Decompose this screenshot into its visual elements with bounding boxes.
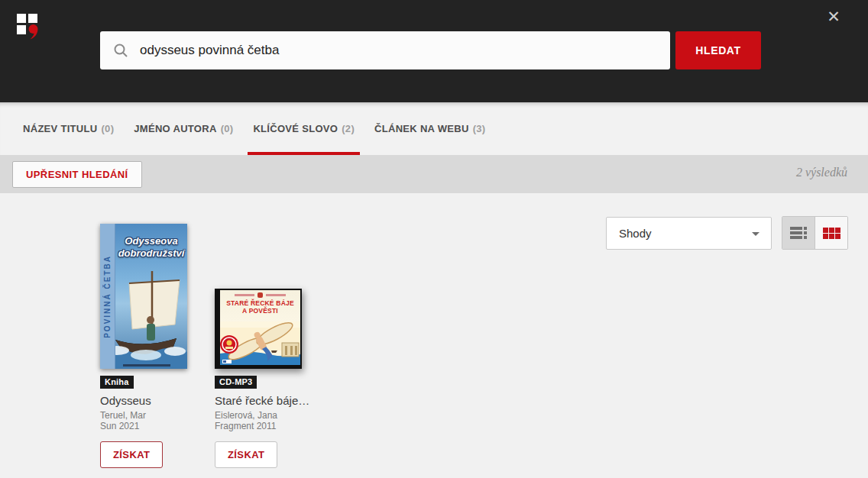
search-box[interactable] (100, 31, 670, 69)
close-icon[interactable]: ✕ (824, 7, 844, 27)
tab-klicove-slovo[interactable]: KLÍČOVÉ SLOVO (2) (243, 102, 364, 155)
cover-side-text: POVINNÁ ČETBA (103, 255, 112, 338)
cover-side-band: POVINNÁ ČETBA (100, 224, 115, 369)
tab-jmeno-autora[interactable]: JMÉNO AUTORA (0) (124, 102, 243, 155)
tab-count: (3) (473, 123, 486, 134)
result-card-stare-recke-baje: STARÉ ŘECKÉ BÁJE A POVĚSTI (215, 193, 302, 468)
search-icon (113, 43, 128, 58)
search-submit-button[interactable]: HLEDAT (675, 31, 761, 69)
result-publisher: Sun 2021 (100, 421, 187, 431)
cover-title: STARÉ ŘECKÉ BÁJE A POVĚSTI (220, 300, 300, 315)
view-toggle (782, 216, 848, 250)
cd-cover-art (215, 321, 302, 369)
tabs: NÁZEV TITULU (0) JMÉNO AUTORA (0) KLÍČOV… (0, 102, 868, 155)
tab-clanek-na-webu[interactable]: ČLÁNEK NA WEBU (3) (364, 102, 495, 155)
grid-view-button[interactable] (815, 217, 847, 249)
chevron-down-icon (752, 232, 760, 236)
list-view-icon (790, 225, 807, 241)
result-title[interactable]: Staré řecké báje… (215, 394, 302, 407)
get-button[interactable]: ZÍSKAT (215, 441, 277, 468)
results-count: 2 výsledků (796, 166, 847, 179)
tab-label: ČLÁNEK NA WEBU (374, 123, 469, 134)
result-author: Teruel, Mar (100, 410, 187, 421)
tab-label: KLÍČOVÉ SLOVO (253, 123, 338, 134)
book-cover-odysseus[interactable]: POVINNÁ ČETBA Odysseova dobrodružství (100, 224, 187, 369)
result-title[interactable]: Odysseus (100, 394, 187, 407)
filter-band: UPŘESNIT HLEDÁNÍ 2 výsledků (0, 155, 868, 193)
tab-count: (0) (101, 123, 114, 134)
result-card-odysseus: POVINNÁ ČETBA Odysseova dobrodružství Kn… (100, 193, 187, 468)
publisher-mini-logo-icon (257, 292, 263, 298)
logo-comma-icon (28, 24, 40, 40)
sort-dropdown[interactable]: Shody (606, 217, 772, 250)
results-grid: POVINNÁ ČETBA Odysseova dobrodružství Kn… (100, 193, 302, 468)
tab-count: (2) (342, 123, 355, 134)
cover-title: Odysseova dobrodružství (117, 235, 186, 259)
list-view-button[interactable] (782, 217, 815, 249)
tab-count: (0) (221, 123, 234, 134)
result-publisher: Fragment 2011 (215, 421, 302, 431)
header: HLEDAT ✕ (0, 0, 868, 102)
search-area: HLEDAT (100, 31, 761, 69)
sort-selected-value: Shody (619, 227, 652, 240)
cd-cover-stare-recke-baje[interactable]: STARÉ ŘECKÉ BÁJE A POVĚSTI (215, 289, 302, 369)
get-button[interactable]: ZÍSKAT (100, 441, 163, 468)
tab-nazev-titulu[interactable]: NÁZEV TITULU (0) (13, 102, 124, 155)
brand-logo-icon[interactable] (17, 12, 40, 41)
grid-view-icon (823, 228, 840, 239)
results-tabbar: NÁZEV TITULU (0) JMÉNO AUTORA (0) KLÍČOV… (0, 102, 868, 155)
format-badge: CD-MP3 (215, 376, 257, 389)
result-author: Eislerová, Jana (215, 410, 302, 421)
refine-search-button[interactable]: UPŘESNIT HLEDÁNÍ (12, 161, 142, 188)
format-badge: Kniha (100, 376, 134, 389)
tab-label: NÁZEV TITULU (23, 123, 97, 134)
tab-label: JMÉNO AUTORA (134, 123, 216, 134)
search-input[interactable] (140, 43, 644, 58)
